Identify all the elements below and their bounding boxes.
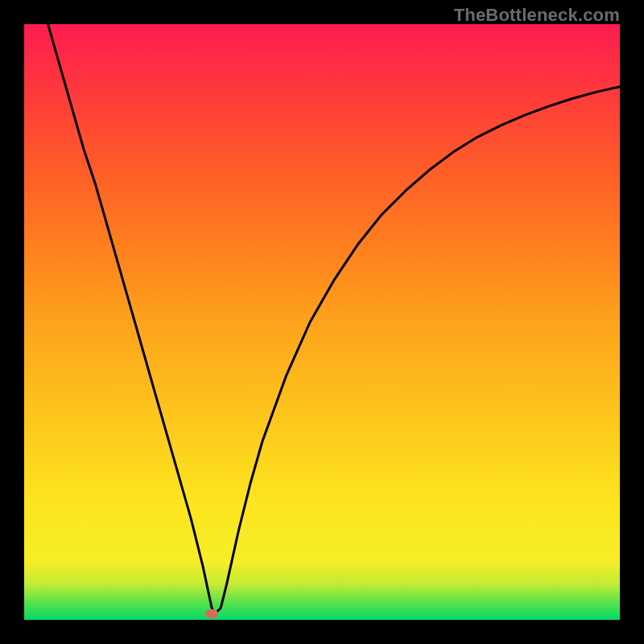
plot-area bbox=[24, 24, 620, 620]
chart-frame: TheBottleneck.com bbox=[0, 0, 644, 644]
bottleneck-curve bbox=[48, 24, 620, 614]
curve-layer bbox=[24, 24, 620, 620]
minimum-marker bbox=[205, 609, 218, 619]
watermark-text: TheBottleneck.com bbox=[454, 5, 620, 26]
